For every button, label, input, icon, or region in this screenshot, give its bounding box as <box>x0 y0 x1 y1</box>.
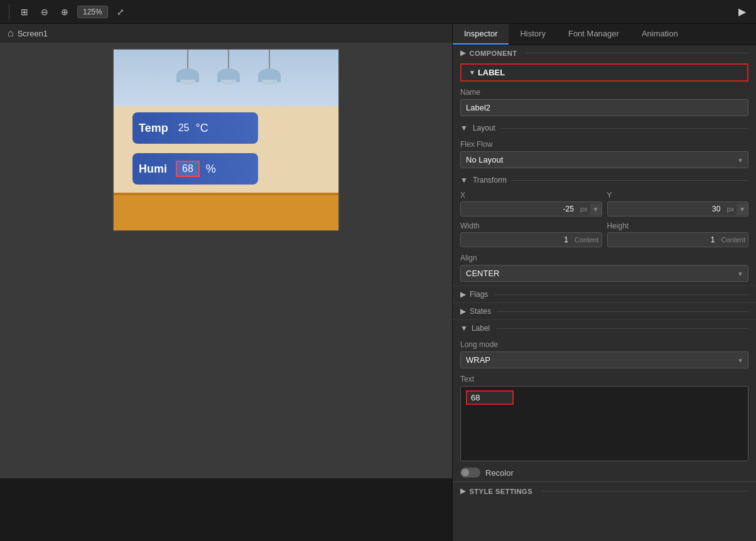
long-mode-select[interactable]: WRAP <box>460 351 748 368</box>
fullscreen-btn[interactable]: ⤢ <box>113 4 128 19</box>
height-field: Height Content <box>607 222 749 247</box>
style-settings-label: STYLE SETTINGS <box>470 488 533 495</box>
y-field: Y px ▼ <box>607 191 749 217</box>
flags-arrow-icon: ▶ <box>460 290 466 299</box>
zoom-out-btn[interactable]: ⊖ <box>37 4 52 19</box>
style-settings-header[interactable]: ▶ STYLE SETTINGS <box>453 481 756 500</box>
label-subsection-arrow-icon: ▼ <box>460 324 468 333</box>
zoom-level[interactable]: 125% <box>77 6 108 18</box>
flex-flow-select-wrapper: No Layout <box>460 151 748 168</box>
temp-unit: °C <box>195 122 208 135</box>
align-field-label: Align <box>460 254 748 262</box>
temp-label: Temp <box>139 122 168 135</box>
flags-section-header[interactable]: ▶ Flags <box>453 286 756 303</box>
style-settings-arrow-icon: ▶ <box>460 487 466 495</box>
inspector-tabs: Inspector History Font Manager Animation <box>453 24 756 45</box>
long-mode-select-wrapper: WRAP <box>460 351 748 368</box>
tab-font-manager[interactable]: Font Manager <box>557 24 630 45</box>
width-label: Width <box>460 222 602 230</box>
flex-flow-field: Flex Flow No Layout <box>453 136 756 172</box>
lamp-cord-right <box>269 50 270 68</box>
lamp-cord-center <box>228 50 229 68</box>
tab-history[interactable]: History <box>509 24 556 45</box>
bottom-dark-panel <box>0 478 452 541</box>
y-input[interactable] <box>608 202 725 216</box>
y-unit: px <box>724 203 737 215</box>
height-input-group: Content <box>607 232 749 247</box>
text-value-highlighted[interactable] <box>466 390 514 405</box>
long-mode-label: Long mode <box>460 340 748 349</box>
lamp-center <box>217 50 240 82</box>
label-subsection-text: Label <box>472 324 490 333</box>
tab-animation[interactable]: Animation <box>630 24 689 45</box>
humi-unit: % <box>206 163 216 176</box>
lamp-shade-center <box>217 68 240 82</box>
x-field: X px ▼ <box>460 191 602 217</box>
align-field-group: Align CENTER <box>453 250 756 286</box>
component-label: COMPONENT <box>470 50 517 57</box>
y-dropdown-icon[interactable]: ▼ <box>737 203 748 215</box>
tab-inspector[interactable]: Inspector <box>453 24 509 45</box>
flex-flow-select[interactable]: No Layout <box>460 151 748 168</box>
width-field: Width Content <box>460 222 602 247</box>
width-unit: Content <box>572 233 602 246</box>
temp-value: 25 <box>178 122 190 134</box>
inspector-body: ▶ COMPONENT ▼ LABEL Name ▼ Layout Flex F… <box>453 45 756 541</box>
canvas-frame: Temp 25 °C Humi 68 % <box>113 49 339 231</box>
component-section-header[interactable]: ▶ COMPONENT <box>453 45 756 61</box>
canvas-area: Temp 25 °C Humi 68 % <box>0 43 452 478</box>
zoom-in-btn[interactable]: ⊕ <box>57 4 72 19</box>
height-unit: Content <box>718 233 748 246</box>
y-label: Y <box>607 191 749 200</box>
humi-widget[interactable]: Humi 68 % <box>132 153 258 185</box>
flex-flow-label: Flex Flow <box>460 140 748 149</box>
states-section-header[interactable]: ▶ States <box>453 303 756 319</box>
main-area: ⌂ Screen1 <box>0 24 756 541</box>
x-dropdown-icon[interactable]: ▼ <box>590 203 602 215</box>
text-field-group: Text <box>460 375 748 461</box>
recolor-toggle[interactable] <box>460 468 480 478</box>
width-input[interactable] <box>461 233 572 247</box>
recolor-row: Recolor <box>453 464 756 481</box>
label-subsection-header[interactable]: ▼ Label <box>453 319 756 336</box>
label-arrow-icon: ▼ <box>469 69 475 76</box>
height-input[interactable] <box>608 233 719 247</box>
align-select[interactable]: CENTER <box>460 265 748 282</box>
y-input-group: px ▼ <box>607 201 749 217</box>
transform-arrow-icon: ▼ <box>460 176 468 185</box>
name-field-group: Name <box>453 84 756 120</box>
x-unit: px <box>578 203 590 215</box>
arrow-right-icon: ▶ <box>460 49 466 57</box>
label-section-text: LABEL <box>478 68 505 77</box>
lamp-shade-left <box>176 68 199 82</box>
name-input[interactable] <box>460 99 748 116</box>
layout-arrow-icon: ▼ <box>460 124 468 132</box>
xy-row: X px ▼ Y px ▼ <box>453 188 756 219</box>
text-area-container <box>460 386 748 461</box>
text-field-label: Text <box>460 375 748 383</box>
scene-floor <box>114 193 338 230</box>
play-btn[interactable]: ▶ <box>735 4 750 19</box>
x-input-group: px ▼ <box>460 201 602 217</box>
left-panel: ⌂ Screen1 <box>0 24 452 541</box>
name-field-label: Name <box>460 88 748 97</box>
text-value-input[interactable] <box>471 393 509 402</box>
lamp-cord-left <box>187 50 188 68</box>
image-icon-btn[interactable]: ⊞ <box>17 4 32 19</box>
inspector-panel: Inspector History Font Manager Animation… <box>452 24 756 541</box>
x-label: X <box>460 191 602 200</box>
layout-label: Layout <box>473 124 495 132</box>
long-mode-field: Long mode WRAP <box>453 336 756 372</box>
label-section-header[interactable]: ▼ LABEL <box>460 63 748 82</box>
wh-row: Width Content Height Content <box>453 219 756 250</box>
x-input[interactable] <box>461 202 578 216</box>
transform-label: Transform <box>473 176 507 185</box>
humi-value: 68 <box>176 161 200 177</box>
align-select-wrapper: CENTER <box>460 265 748 282</box>
humi-label: Humi <box>139 163 167 176</box>
states-arrow-icon: ▶ <box>460 307 466 316</box>
home-icon: ⌂ <box>8 28 14 39</box>
temp-widget[interactable]: Temp 25 °C <box>132 112 258 144</box>
layout-section-header[interactable]: ▼ Layout <box>453 120 756 136</box>
transform-section-header[interactable]: ▼ Transform <box>453 172 756 188</box>
